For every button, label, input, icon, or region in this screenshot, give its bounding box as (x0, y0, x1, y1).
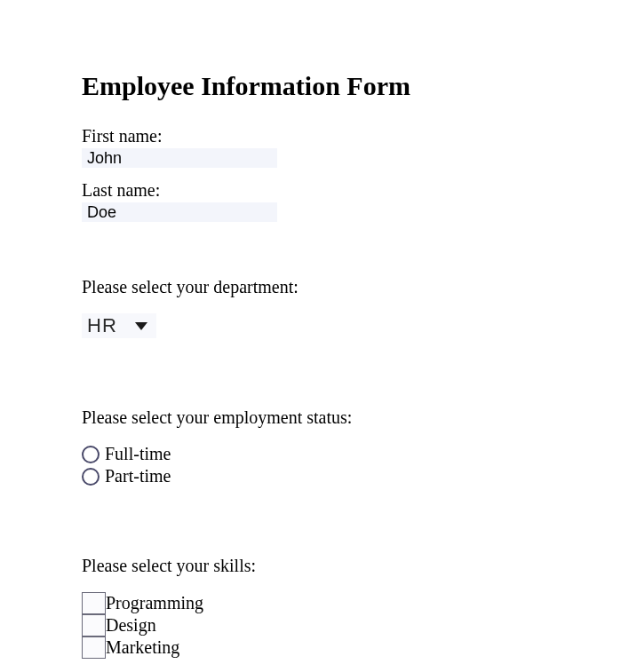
department-select[interactable]: HR (82, 313, 156, 338)
checkbox-programming-label: Programming (106, 592, 203, 614)
department-selected-value: HR (87, 314, 117, 337)
radio-part-time[interactable] (82, 468, 100, 486)
radio-full-time-label: Full-time (105, 444, 171, 464)
radio-part-time-label: Part-time (105, 466, 171, 486)
page-title: Employee Information Form (82, 71, 629, 101)
last-name-label: Last name: (82, 180, 629, 201)
radio-full-time[interactable] (82, 446, 100, 463)
checkbox-marketing[interactable] (82, 636, 106, 659)
first-name-input[interactable] (82, 148, 277, 168)
skills-prompt: Please select your skills: (82, 556, 629, 576)
checkbox-design[interactable] (82, 614, 106, 636)
chevron-down-icon (135, 322, 147, 330)
checkbox-programming[interactable] (82, 592, 106, 614)
employment-status-prompt: Please select your employment status: (82, 407, 629, 428)
first-name-label: First name: (82, 126, 629, 146)
checkbox-design-label: Design (106, 614, 156, 636)
last-name-input[interactable] (82, 202, 277, 222)
checkbox-marketing-label: Marketing (106, 636, 179, 659)
department-prompt: Please select your department: (82, 277, 629, 297)
